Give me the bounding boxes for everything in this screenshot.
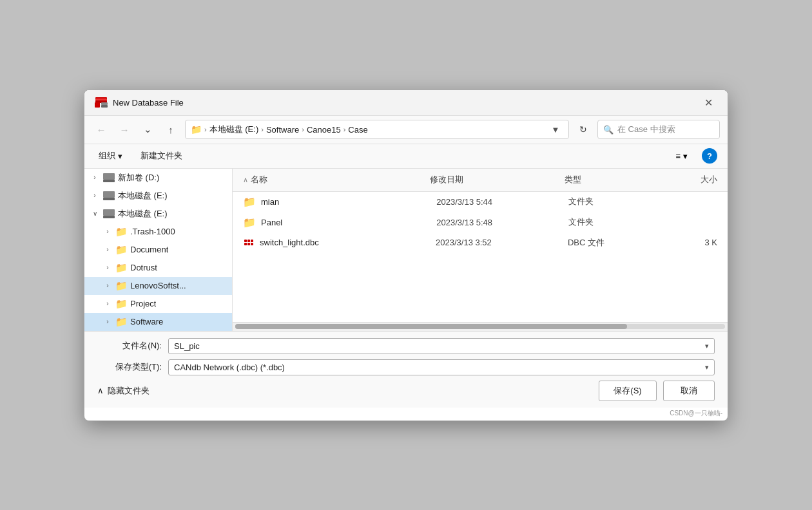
up-icon: ↑ [168, 124, 173, 135]
filename-label: 文件名(N): [97, 340, 162, 352]
filetype-dropdown-icon: ▾ [705, 363, 709, 372]
sidebar-item-local-e-2[interactable]: ∨ 本地磁盘 (E:) [84, 205, 232, 223]
breadcrumb-part-2: Canoe15 [307, 125, 341, 135]
titlebar-left: New Database File [95, 97, 184, 108]
col-date-label: 修改日期 [430, 175, 463, 184]
folder-icon-trash: 📁 [115, 226, 128, 238]
organize-label: 组织 [99, 150, 115, 162]
breadcrumb-dropdown-button[interactable]: ▼ [548, 120, 563, 138]
sidebar-label-project: Project [130, 299, 156, 308]
drive-icon-e1 [102, 191, 115, 201]
dbc-dot [244, 240, 247, 242]
folder-icon-project: 📁 [115, 298, 128, 310]
help-icon: ? [707, 151, 712, 161]
organize-button[interactable]: 组织 ▾ [95, 148, 126, 164]
table-row[interactable]: switch_light.dbc 2023/3/13 3:52 DBC 文件 3… [233, 233, 728, 253]
search-icon: 🔍 [603, 125, 614, 135]
hscroll-track [235, 324, 725, 329]
breadcrumb-sep-2: › [302, 126, 304, 133]
forward-button[interactable]: → [115, 120, 133, 138]
svg-rect-11 [103, 216, 115, 218]
dropdown-button[interactable]: ⌄ [139, 120, 157, 138]
sidebar-label-document: Document [130, 245, 168, 254]
main-content: › 新加卷 (D:) › 本地磁盘 (E:) [84, 169, 728, 331]
drive-svg-e1 [102, 191, 115, 201]
sidebar: › 新加卷 (D:) › 本地磁盘 (E:) [84, 169, 233, 331]
organize-dropdown-icon: ▾ [118, 151, 122, 161]
filetype-value: CANdb Network (.dbc) (*.dbc) [174, 363, 285, 372]
sidebar-item-trash[interactable]: › 📁 .Trash-1000 [84, 223, 232, 241]
sidebar-item-new-vol-d[interactable]: › 新加卷 (D:) [84, 169, 232, 187]
close-button[interactable]: ✕ [699, 93, 717, 111]
filetype-select[interactable]: CANdb Network (.dbc) (*.dbc) ▾ [168, 359, 715, 375]
col-header-date[interactable]: 修改日期 [430, 174, 565, 185]
folder-icon-software: 📁 [115, 316, 128, 328]
file-date-panel: 2023/3/13 5:48 [436, 218, 568, 227]
sidebar-item-dotrust[interactable]: › 📁 Dotrust [84, 259, 232, 277]
dbc-file-icon [243, 238, 255, 247]
sidebar-item-project[interactable]: › 📁 Project [84, 295, 232, 313]
save-button[interactable]: 保存(S) [599, 381, 657, 401]
col-header-size[interactable]: 大小 [655, 174, 717, 185]
svg-rect-6 [103, 173, 115, 180]
hide-folders-arrow-icon: ∧ [97, 386, 104, 395]
filetype-row: 保存类型(T): CANdb Network (.dbc) (*.dbc) ▾ [97, 359, 715, 375]
svg-rect-7 [103, 180, 115, 182]
app-icon [95, 97, 108, 108]
svg-rect-8 [103, 191, 115, 198]
hscroll-thumb [235, 324, 627, 329]
cancel-button[interactable]: 取消 [663, 381, 715, 401]
file-header: ∧ 名称 修改日期 类型 大小 [233, 169, 728, 192]
dbc-dot [247, 240, 250, 242]
file-rows: 📁 mian 2023/3/13 5:44 文件夹 📁 Panel 2023/3… [233, 192, 728, 322]
expand-arrow-project: › [102, 299, 113, 309]
help-button[interactable]: ? [702, 148, 717, 164]
expand-arrow-local-e-1: › [90, 191, 100, 201]
dbc-dot [244, 243, 247, 245]
table-row[interactable]: 📁 mian 2023/3/13 5:44 文件夹 [233, 192, 728, 212]
drive-icon-e2 [102, 209, 115, 219]
breadcrumb-sep-0: › [204, 126, 207, 133]
folder-icon-document: 📁 [115, 244, 128, 256]
file-type-mian: 文件夹 [568, 196, 656, 207]
view-dropdown-icon: ▾ [683, 151, 688, 161]
svg-rect-5 [101, 105, 108, 108]
filename-input[interactable]: SL_pic ▾ [168, 338, 715, 354]
table-row[interactable]: 📁 Panel 2023/3/13 5:48 文件夹 [233, 212, 728, 233]
sidebar-item-local-e-1[interactable]: › 本地磁盘 (E:) [84, 187, 232, 205]
search-bar[interactable]: 🔍 在 Case 中搜索 [597, 120, 720, 139]
view-button[interactable]: ≡ ▾ [672, 149, 691, 163]
breadcrumb-sep-3: › [343, 126, 346, 133]
db-icon [95, 97, 108, 108]
sidebar-label-dotrust: Dotrust [130, 263, 157, 272]
hide-folders-button[interactable]: ∧ 隐藏文件夹 [97, 385, 150, 397]
expand-arrow-local-e-2: ∨ [90, 209, 100, 219]
drive-icon-d [102, 173, 115, 183]
search-placeholder: 在 Case 中搜索 [617, 124, 675, 135]
sidebar-item-lenovosoftstore[interactable]: › 📁 LenovoSoftst... [84, 277, 232, 295]
breadcrumb-sep-1: › [261, 126, 264, 133]
drive-svg-d [102, 173, 115, 183]
col-header-name[interactable]: 名称 [251, 174, 430, 185]
sidebar-item-document[interactable]: › 📁 Document [84, 241, 232, 259]
back-icon: ← [97, 124, 106, 135]
dbc-dot [247, 243, 250, 245]
svg-rect-10 [103, 209, 115, 216]
up-button[interactable]: ↑ [162, 120, 180, 138]
breadcrumb-bar[interactable]: 📁 › 本地磁盘 (E:) › Software › Canoe15 › Cas… [185, 120, 569, 139]
filename-row: 文件名(N): SL_pic ▾ [97, 338, 715, 354]
refresh-button[interactable]: ↻ [574, 120, 592, 138]
watermark: CSDN@一只楠喵- [84, 408, 728, 420]
sidebar-label-local-e-2: 本地磁盘 (E:) [118, 208, 168, 220]
new-folder-label: 新建文件夹 [140, 150, 182, 162]
new-folder-button[interactable]: 新建文件夹 [137, 148, 186, 164]
back-button[interactable]: ← [92, 120, 110, 138]
file-name-mian: mian [261, 197, 436, 207]
dialog-title: New Database File [113, 98, 184, 108]
sidebar-label-software: Software [130, 317, 163, 326]
file-type-dbc: DBC 文件 [568, 237, 656, 249]
col-header-type[interactable]: 类型 [565, 174, 654, 185]
horizontal-scrollbar[interactable] [233, 322, 728, 331]
sidebar-item-software[interactable]: › 📁 Software [84, 313, 232, 331]
expand-arrow-new-vol-d: › [90, 173, 100, 183]
